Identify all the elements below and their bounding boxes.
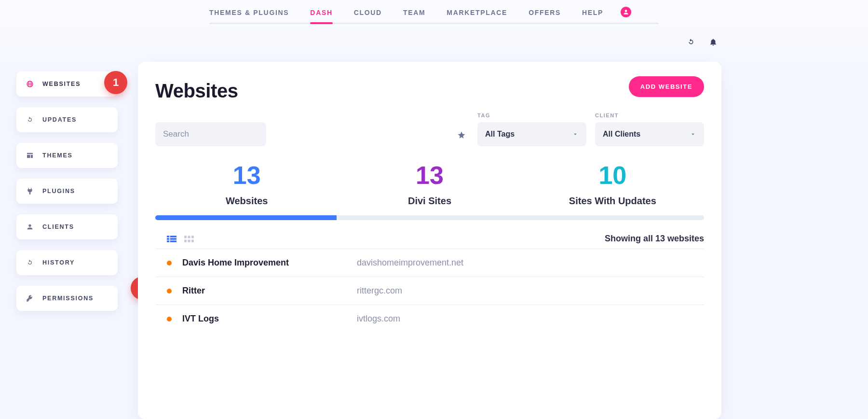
header-actions bbox=[687, 38, 718, 46]
bell-icon[interactable] bbox=[709, 38, 718, 46]
sidebar-item-label: THEMES bbox=[42, 152, 73, 159]
stat-label: Websites bbox=[155, 196, 338, 207]
stat-websites[interactable]: 13 Websites bbox=[155, 163, 338, 207]
plug-icon bbox=[26, 187, 34, 195]
site-domain: davishomeimprovement.net bbox=[357, 258, 463, 268]
tab-help[interactable]: HELP bbox=[582, 1, 603, 23]
site-domain: ivtlogs.com bbox=[357, 314, 400, 324]
svg-rect-10 bbox=[188, 239, 190, 242]
page-title: Websites bbox=[155, 80, 704, 102]
client-filter: CLIENT All Clients bbox=[595, 112, 704, 146]
stat-divi[interactable]: 13 Divi Sites bbox=[338, 163, 521, 207]
view-switch bbox=[167, 235, 194, 243]
tab-dash[interactable]: DASH bbox=[310, 1, 332, 23]
site-domain: rittergc.com bbox=[357, 286, 402, 296]
svg-rect-9 bbox=[184, 239, 187, 242]
count-line: Showing all 13 websites bbox=[605, 234, 704, 244]
stat-num: 10 bbox=[521, 163, 704, 188]
progress-bar bbox=[155, 215, 704, 220]
client-select[interactable]: All Clients bbox=[595, 122, 704, 146]
status-dot bbox=[167, 317, 172, 321]
user-icon bbox=[623, 9, 629, 15]
svg-rect-6 bbox=[184, 236, 187, 238]
sidebar: WEBSITES UPDATES THEMES PLUGINS CLIENTS … bbox=[16, 71, 118, 311]
status-dot bbox=[167, 261, 172, 265]
main-panel: Websites ADD WEBSITE TAG All Tags CLIENT… bbox=[138, 62, 721, 419]
stat-num: 13 bbox=[338, 163, 521, 188]
globe-icon bbox=[26, 80, 34, 88]
sidebar-item-clients[interactable]: CLIENTS bbox=[16, 214, 118, 239]
table-row[interactable]: Davis Home Improvement davishomeimprovem… bbox=[155, 249, 704, 277]
list-header: Showing all 13 websites bbox=[167, 234, 704, 244]
svg-rect-0 bbox=[167, 236, 169, 237]
callout-badge-1: 1 bbox=[104, 71, 127, 94]
svg-rect-8 bbox=[191, 236, 194, 238]
sidebar-item-label: WEBSITES bbox=[42, 81, 81, 87]
refresh-icon[interactable] bbox=[687, 38, 695, 46]
view-grid-icon[interactable] bbox=[184, 235, 194, 243]
progress-fill bbox=[155, 215, 337, 220]
sidebar-item-history[interactable]: HISTORY bbox=[16, 250, 118, 275]
client-label: CLIENT bbox=[595, 112, 704, 118]
tag-select[interactable]: All Tags bbox=[477, 122, 586, 146]
sidebar-item-permissions[interactable]: PERMISSIONS bbox=[16, 286, 118, 311]
svg-rect-2 bbox=[167, 238, 169, 239]
svg-rect-1 bbox=[170, 236, 176, 237]
sidebar-item-plugins[interactable]: PLUGINS bbox=[16, 179, 118, 204]
sidebar-item-updates[interactable]: UPDATES bbox=[16, 107, 118, 132]
website-rows: Davis Home Improvement davishomeimprovem… bbox=[155, 249, 704, 333]
sidebar-item-label: CLIENTS bbox=[42, 223, 74, 230]
stat-updates[interactable]: 10 Sites With Updates bbox=[521, 163, 704, 207]
chevron-down-icon bbox=[572, 131, 579, 138]
svg-rect-3 bbox=[170, 238, 176, 239]
svg-rect-11 bbox=[191, 239, 194, 242]
site-name: IVT Logs bbox=[182, 314, 346, 324]
client-value: All Clients bbox=[603, 130, 640, 139]
refresh-icon bbox=[26, 116, 34, 124]
search-input[interactable] bbox=[155, 122, 266, 146]
add-website-button[interactable]: ADD WEBSITE bbox=[629, 76, 704, 97]
nav-underline bbox=[209, 23, 659, 24]
sidebar-item-label: HISTORY bbox=[42, 259, 75, 266]
tab-offers[interactable]: OFFERS bbox=[529, 1, 561, 23]
sidebar-item-label: PLUGINS bbox=[42, 188, 75, 195]
view-list-icon[interactable] bbox=[167, 235, 176, 243]
svg-rect-7 bbox=[188, 236, 190, 238]
tag-filter: TAG All Tags bbox=[477, 112, 586, 146]
tab-marketplace[interactable]: MARKETPLACE bbox=[447, 1, 507, 23]
filters: TAG All Tags CLIENT All Clients bbox=[155, 112, 704, 146]
site-name: Davis Home Improvement bbox=[182, 258, 346, 268]
nav-tabs: THEMES & PLUGINS DASH CLOUD TEAM MARKETP… bbox=[209, 1, 603, 23]
top-nav: THEMES & PLUGINS DASH CLOUD TEAM MARKETP… bbox=[209, 0, 659, 24]
window-icon bbox=[26, 152, 34, 159]
stat-label: Sites With Updates bbox=[521, 196, 704, 207]
account-avatar[interactable] bbox=[621, 7, 631, 17]
svg-rect-4 bbox=[167, 240, 169, 242]
svg-rect-5 bbox=[170, 240, 176, 242]
sidebar-item-websites[interactable]: WEBSITES bbox=[16, 71, 118, 97]
history-icon bbox=[26, 259, 34, 266]
star-icon[interactable] bbox=[457, 131, 466, 140]
stats: 13 Websites 13 Divi Sites 10 Sites With … bbox=[155, 163, 704, 207]
user-icon bbox=[26, 223, 34, 231]
tag-value: All Tags bbox=[485, 130, 515, 139]
chevron-down-icon bbox=[690, 131, 696, 138]
table-row[interactable]: Ritter rittergc.com bbox=[155, 277, 704, 305]
key-icon bbox=[26, 294, 34, 302]
tab-themes-plugins[interactable]: THEMES & PLUGINS bbox=[209, 1, 289, 23]
sidebar-item-label: PERMISSIONS bbox=[42, 295, 94, 302]
sidebar-item-themes[interactable]: THEMES bbox=[16, 143, 118, 168]
stat-num: 13 bbox=[155, 163, 338, 188]
tab-team[interactable]: TEAM bbox=[403, 1, 425, 23]
sidebar-item-label: UPDATES bbox=[42, 116, 77, 123]
site-name: Ritter bbox=[182, 286, 346, 296]
tab-cloud[interactable]: CLOUD bbox=[354, 1, 382, 23]
status-dot bbox=[167, 289, 172, 293]
tag-label: TAG bbox=[477, 112, 586, 118]
table-row[interactable]: IVT Logs ivtlogs.com bbox=[155, 305, 704, 333]
stat-label: Divi Sites bbox=[338, 196, 521, 207]
